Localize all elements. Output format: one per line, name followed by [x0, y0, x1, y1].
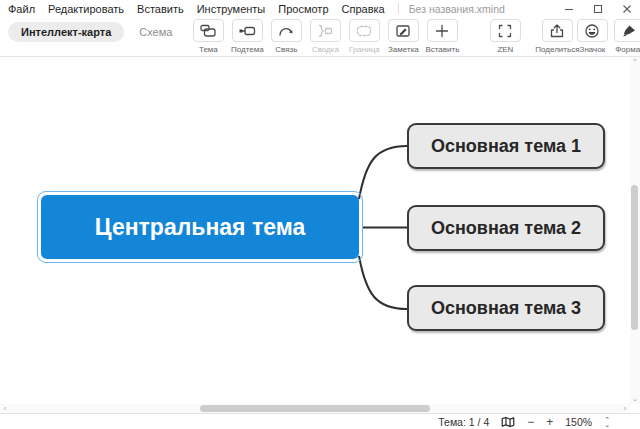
- scroll-right-arrow[interactable]: ›: [620, 404, 630, 413]
- menu-edit[interactable]: Редактировать: [48, 3, 124, 15]
- topic-icon: [193, 19, 224, 42]
- menu-view[interactable]: Просмотр: [278, 3, 328, 15]
- tool-share[interactable]: Поделиться: [538, 19, 576, 54]
- tool-zen[interactable]: ZEN: [489, 19, 521, 54]
- menubar: Файл Редактировать Вставить Инструменты …: [0, 0, 640, 17]
- central-topic[interactable]: Центральная тема: [41, 195, 359, 259]
- boundary-icon: [349, 19, 380, 42]
- statusbar: Тема: 1 / 4 − + 150% ⌃⌄: [0, 413, 640, 429]
- maximize-icon[interactable]: [593, 4, 603, 14]
- tool-note[interactable]: Заметка: [387, 19, 419, 54]
- brush-icon: [614, 19, 640, 42]
- mode-tabs: Интеллект-карта Схема: [8, 19, 172, 45]
- minimize-icon[interactable]: [564, 4, 574, 14]
- zen-brackets-icon: [490, 19, 521, 42]
- vertical-scrollbar[interactable]: ⌃ ⌄: [630, 57, 640, 404]
- tool-subtopic[interactable]: Подтема: [231, 19, 263, 54]
- close-icon[interactable]: [622, 4, 632, 14]
- note-icon: [388, 19, 419, 42]
- main-topic-2[interactable]: Основная тема 2: [407, 205, 605, 251]
- scroll-left-arrow[interactable]: ‹: [0, 404, 10, 413]
- topic-count: Тема: 1 / 4: [438, 416, 489, 428]
- tab-outline[interactable]: Схема: [139, 26, 172, 38]
- right-tool-buttons: Значок Формат: [576, 19, 640, 54]
- mindmap-canvas[interactable]: Центральная тема Основная тема 1 Основна…: [0, 57, 640, 413]
- toolbar: Интеллект-карта Схема Тема: [0, 17, 640, 57]
- xmind-window: Файл Редактировать Вставить Инструменты …: [0, 0, 640, 429]
- tool-boundary: Граница: [348, 19, 380, 54]
- window-controls: [564, 4, 640, 14]
- menu-tools[interactable]: Инструменты: [197, 3, 266, 15]
- menu-help[interactable]: Справка: [342, 3, 385, 15]
- central-topic-selection-ring: Центральная тема: [37, 191, 363, 263]
- menu-insert[interactable]: Вставить: [137, 3, 184, 15]
- zoom-in-button[interactable]: +: [546, 417, 553, 427]
- menu-file[interactable]: Файл: [8, 3, 35, 15]
- subtopic-icon: [232, 19, 263, 42]
- zoom-out-button[interactable]: −: [527, 417, 534, 427]
- tool-topic[interactable]: Тема: [192, 19, 224, 54]
- overview-map-icon[interactable]: [501, 416, 515, 428]
- stepper-down-icon[interactable]: ⌄: [604, 422, 610, 427]
- tool-relationship[interactable]: Связь: [270, 19, 302, 54]
- tool-buttons: Тема Подтема: [192, 19, 576, 54]
- summary-icon: [310, 19, 341, 42]
- tool-insert[interactable]: Вставить: [426, 19, 458, 54]
- main-topic-3[interactable]: Основная тема 3: [407, 285, 605, 331]
- vertical-scrollbar-thumb[interactable]: [631, 185, 638, 330]
- main-topic-1[interactable]: Основная тема 1: [407, 123, 605, 169]
- horizontal-scrollbar-thumb[interactable]: [200, 405, 430, 412]
- relationship-icon: [271, 19, 302, 42]
- zoom-level[interactable]: 150%: [565, 416, 592, 428]
- zoom-stepper[interactable]: ⌃⌄: [604, 417, 610, 427]
- divider: [398, 3, 399, 14]
- tool-marker[interactable]: Значок: [576, 19, 608, 54]
- document-title-wrap: Без названия.xmind: [398, 3, 505, 15]
- tab-mindmap[interactable]: Интеллект-карта: [8, 22, 124, 42]
- emoji-icon: [577, 19, 608, 42]
- tool-format[interactable]: Формат: [613, 19, 640, 54]
- horizontal-scrollbar[interactable]: ‹ ›: [0, 404, 630, 413]
- plus-icon: [427, 19, 458, 42]
- scroll-down-arrow[interactable]: ⌄: [632, 394, 638, 404]
- scroll-up-arrow[interactable]: ⌃: [632, 57, 638, 67]
- tool-summary: Сводка: [309, 19, 341, 54]
- share-icon: [542, 19, 573, 42]
- document-title: Без названия.xmind: [409, 3, 505, 15]
